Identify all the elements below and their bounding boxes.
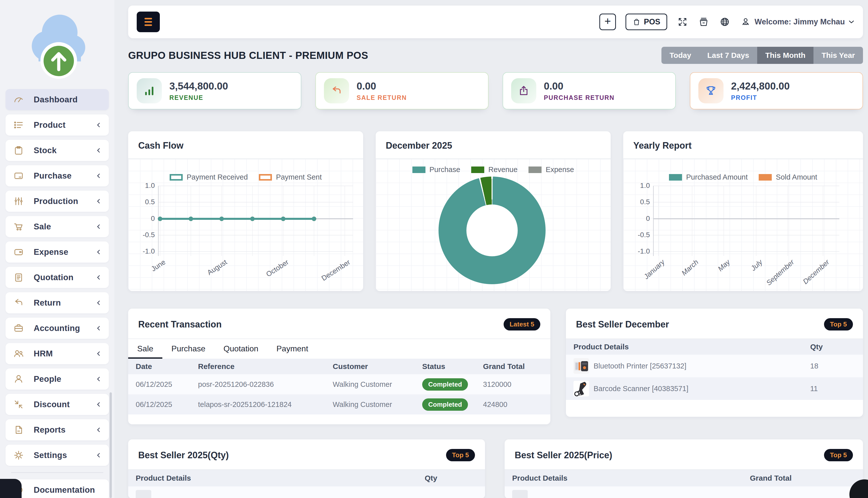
- revenue-card: 3,544,800.00 REVENUE: [128, 72, 301, 109]
- hamburger-menu-button[interactable]: [137, 12, 160, 32]
- printer-icon[interactable]: [698, 16, 709, 28]
- purchase-return-label: PURCHASE RETURN: [544, 94, 614, 101]
- tab-payment[interactable]: Payment: [267, 339, 317, 359]
- undo-icon: [13, 297, 24, 309]
- cell-customer: Walking Customer: [333, 380, 422, 389]
- december-chart-title: December 2025: [376, 131, 611, 159]
- best-seller-december-table: Product Details Qty Bluetooth Printer [2…: [566, 339, 863, 400]
- yearly-report-title: Yearly Report: [623, 131, 863, 159]
- pos-button-label: POS: [644, 17, 660, 26]
- x-tick-label: December: [801, 258, 831, 286]
- recent-transaction-title: Recent Transaction: [138, 319, 222, 330]
- profit-value: 2,424,800.00: [731, 80, 790, 92]
- barcode-scanner-image: [573, 381, 589, 396]
- filter-this-year[interactable]: This Year: [813, 47, 863, 64]
- sidebar-item-sale[interactable]: Sale: [5, 216, 109, 237]
- floating-corner-element: [0, 479, 22, 498]
- hamburger-bar: [145, 21, 152, 23]
- filter-last-7-days[interactable]: Last 7 Days: [699, 47, 757, 64]
- sidebar-item-people[interactable]: People: [5, 368, 109, 390]
- chevron-left-icon: [96, 427, 101, 433]
- sidebar-item-dashboard[interactable]: Dashboard: [5, 89, 109, 110]
- sidebar-scrollbar[interactable]: [110, 392, 112, 498]
- recent-transaction-panel: Recent Transaction Latest 5 Sale Purchas…: [128, 309, 550, 424]
- x-tick-label: January: [642, 258, 666, 281]
- sidebar-item-accounting[interactable]: Accounting: [5, 318, 109, 339]
- cell-reference: telapos-sr-20251206-121824: [198, 401, 333, 409]
- main-content: + POS Welcome: Jimmy Mchau GRUPO BUSINES…: [114, 0, 868, 498]
- user-menu[interactable]: Welcome: Jimmy Mchau: [740, 16, 854, 27]
- sidebar: Dashboard Product Stock Purchase Product…: [0, 0, 114, 498]
- product-name: Barcode Scanner [40383571]: [594, 384, 688, 393]
- chevron-left-icon: [96, 122, 101, 128]
- chevron-left-icon: [96, 452, 101, 459]
- sidebar-item-discount[interactable]: Discount: [5, 394, 109, 415]
- x-tick-label: March: [680, 258, 700, 277]
- table-header: Product Details Qty: [566, 339, 863, 355]
- user-icon: [13, 374, 24, 384]
- sidebar-item-product[interactable]: Product: [5, 115, 109, 135]
- table-row[interactable]: 06/12/2025 posr-20251206-022836 Walking …: [128, 374, 550, 394]
- hamburger-bar: [145, 18, 152, 19]
- sale-return-value: 0.00: [357, 80, 407, 92]
- sidebar-item-label: Production: [34, 196, 78, 206]
- fullscreen-icon[interactable]: [677, 16, 688, 28]
- table-row[interactable]: [505, 486, 863, 498]
- filter-today[interactable]: Today: [662, 47, 699, 64]
- sidebar-item-purchase[interactable]: Purchase: [5, 165, 109, 186]
- yearly-report-chart-card: Yearly Report Purchased Amount Sold Amou…: [623, 131, 863, 291]
- chevron-left-icon: [96, 401, 101, 408]
- sidebar-item-label: Documentation: [34, 485, 95, 495]
- globe-icon[interactable]: [719, 16, 731, 28]
- sidebar-item-label: Quotation: [34, 273, 73, 282]
- legend-label: Revenue: [488, 166, 517, 174]
- purchase-return-card: 0.00 PURCHASE RETURN: [503, 72, 676, 109]
- sidebar-item-stock[interactable]: Stock: [5, 140, 109, 161]
- table-row[interactable]: Barcode Scanner [40383571] 11: [566, 377, 863, 400]
- tab-sale[interactable]: Sale: [128, 339, 162, 359]
- legend-label: Expense: [546, 166, 574, 174]
- sidebar-item-settings[interactable]: Settings: [5, 445, 109, 466]
- sidebar-item-label: Stock: [34, 146, 56, 155]
- best-seller-price-title: Best Seller 2025(Price): [515, 450, 612, 460]
- sidebar-item-label: HRM: [34, 349, 53, 358]
- sidebar-item-return[interactable]: Return: [5, 292, 109, 313]
- revenue-swatch: [471, 167, 484, 173]
- status-badge: Completed: [422, 378, 468, 391]
- sidebar-item-label: Discount: [34, 399, 70, 409]
- sale-return-card: 0.00 SALE RETURN: [315, 72, 489, 109]
- tab-purchase[interactable]: Purchase: [162, 339, 214, 359]
- table-row[interactable]: 06/12/2025 telapos-sr-20251206-121824 Wa…: [128, 394, 550, 415]
- col-qty: Qty: [810, 343, 863, 351]
- filter-this-month[interactable]: This Month: [757, 47, 813, 64]
- chevron-left-icon: [96, 350, 101, 357]
- cell-grand-total: 3120000: [483, 380, 550, 389]
- sidebar-item-reports[interactable]: Reports: [5, 419, 109, 441]
- tab-quotation[interactable]: Quotation: [214, 339, 267, 359]
- x-tick-label: September: [765, 258, 796, 287]
- x-tick-label: June: [150, 258, 167, 273]
- sidebar-item-label: Dashboard: [34, 95, 78, 104]
- donut-chart: [438, 176, 546, 284]
- sidebar-item-hrm[interactable]: HRM: [5, 343, 109, 364]
- product-thumbnail-placeholder: [512, 490, 528, 498]
- add-button[interactable]: +: [599, 14, 616, 30]
- sidebar-item-label: Expense: [34, 247, 68, 257]
- trophy-icon: [699, 78, 723, 103]
- chevron-left-icon: [96, 223, 101, 230]
- table-row[interactable]: Bluetooth Printer [25637132] 18: [566, 355, 863, 377]
- col-product-details: Product Details: [573, 343, 810, 351]
- return-arrow-icon: [324, 78, 349, 103]
- sidebar-item-quotation[interactable]: Quotation: [5, 267, 109, 288]
- x-axis-labels: JanuaryMarchMayJulySeptemberDecember: [623, 159, 863, 291]
- sidebar-item-expense[interactable]: Expense: [5, 241, 109, 263]
- sidebar-item-label: Settings: [34, 450, 67, 460]
- sidebar-item-production[interactable]: Production: [5, 191, 109, 212]
- col-reference: Reference: [198, 362, 333, 371]
- wallet-icon: [13, 247, 24, 258]
- pos-button[interactable]: POS: [625, 14, 667, 30]
- users-icon: [13, 348, 24, 359]
- briefcase-icon: [13, 323, 24, 334]
- table-row[interactable]: [128, 486, 485, 498]
- purchase-swatch: [412, 167, 425, 173]
